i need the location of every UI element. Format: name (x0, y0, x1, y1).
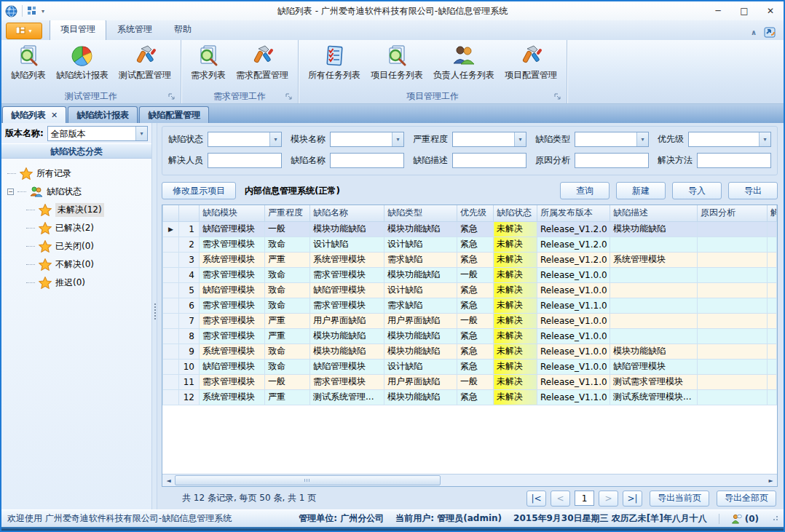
scroll-right-icon[interactable]: ► (765, 475, 777, 486)
column-header-name[interactable]: 缺陷名称 (310, 205, 384, 221)
prev-page-button[interactable]: < (551, 491, 570, 507)
export-button[interactable]: 导出 (728, 182, 778, 199)
table-row[interactable]: 11需求管理模块一般需求管理模块用户界面缺陷一般未解决Release_V1.1.… (163, 374, 777, 389)
cell-desc (610, 237, 698, 252)
qat-dropdown-icon[interactable]: ▾ (42, 8, 44, 15)
layout-grid-icon[interactable] (27, 6, 37, 16)
column-header-version[interactable]: 所属发布版本 (537, 205, 610, 221)
minimize-button[interactable]: ─ (705, 2, 731, 20)
dialog-launcher-icon[interactable] (554, 93, 561, 100)
next-page-button[interactable]: > (599, 491, 618, 507)
table-row[interactable]: 7需求管理模块严重用户界面缺陷用户界面缺陷一般未解决Release_V1.0.0 (163, 313, 777, 328)
export-current-page-button[interactable]: 导出当前页 (650, 491, 709, 507)
last-page-button[interactable]: >| (623, 491, 642, 507)
table-row[interactable]: 4需求管理模块致命需求管理模块模块功能缺陷一般未解决Release_V1.0.0 (163, 267, 777, 282)
chevron-down-icon[interactable]: ▾ (269, 132, 281, 146)
table-row[interactable]: 10缺陷管理模块致命缺陷管理模块设计缺陷紧急未解决Release_V1.0.0缺… (163, 359, 777, 374)
expander-minus-icon[interactable]: − (7, 188, 14, 195)
collapse-ribbon-icon[interactable]: ∧ (751, 28, 757, 36)
dialog-launcher-icon[interactable] (285, 93, 293, 100)
column-header-extra[interactable]: 解决 (768, 205, 777, 221)
chevron-down-icon[interactable]: ▾ (636, 132, 648, 146)
ribbon-button[interactable]: 项目配置管理 (500, 42, 562, 83)
ribbon-tab-2[interactable]: 系统管理 (106, 20, 163, 40)
filter-input[interactable] (330, 153, 404, 168)
ribbon-tab-1[interactable]: 项目管理 (50, 20, 106, 40)
tree-item[interactable]: 不解决(0) (26, 255, 151, 274)
filter-input[interactable] (208, 153, 282, 168)
ribbon-tab-3[interactable]: 帮助 (163, 20, 202, 40)
dialog-launcher-icon[interactable] (168, 93, 175, 100)
chevron-down-icon[interactable]: ▾ (392, 132, 403, 146)
table-row[interactable]: 6需求管理模块致命需求管理模块需求缺陷紧急未解决Release_V1.1.0 (163, 298, 777, 313)
filter-combo[interactable]: ▾ (688, 132, 771, 147)
chevron-down-icon[interactable]: ▾ (135, 127, 147, 140)
scroll-left-icon[interactable]: ◄ (162, 475, 175, 486)
filter-field: 严重程度▾ (413, 132, 526, 147)
ribbon-button[interactable]: 缺陷列表 (6, 42, 51, 83)
cell-name: 需求管理模块 (310, 374, 384, 389)
tree-item[interactable]: 未解决(12) (26, 201, 151, 219)
page-number-input[interactable] (575, 491, 594, 506)
maximize-button[interactable]: □ (731, 2, 757, 20)
tree-item[interactable]: −缺陷状态 (7, 183, 151, 201)
tab-close-icon[interactable]: ✕ (51, 111, 58, 120)
version-combo[interactable]: 全部版本 ▾ (47, 126, 148, 141)
filter-combo[interactable]: ▾ (208, 132, 282, 147)
column-header-status[interactable]: 缺陷状态 (494, 205, 537, 221)
chevron-down-icon[interactable]: ▾ (759, 132, 770, 146)
cell-priority: 一般 (457, 374, 494, 389)
modify-columns-button[interactable]: 修改显示项目 (162, 182, 236, 199)
filter-input[interactable] (697, 153, 771, 168)
table-row[interactable]: 12系统管理模块严重测试系统管理...模块功能缺陷紧急未解决Release_V1… (163, 389, 777, 405)
sidebar-splitter[interactable] (151, 123, 157, 509)
filter-combo[interactable]: ▾ (452, 132, 526, 147)
table-row[interactable]: 9系统管理模块致命模块功能缺陷模块功能缺陷紧急未解决Release_V1.0.0… (163, 344, 777, 359)
ribbon-button[interactable]: 所有任务列表 (303, 42, 366, 83)
scrollbar-thumb[interactable] (175, 475, 441, 485)
table-row[interactable]: 5缺陷管理模块致命缺陷管理模块设计缺陷紧急未解决Release_V1.0.0 (163, 282, 777, 298)
cell-name: 设计缺陷 (310, 237, 384, 252)
splitter-grip[interactable] (154, 303, 156, 305)
tree-item[interactable]: 所有记录 (7, 164, 151, 183)
ribbon-button[interactable]: 需求配置管理 (231, 42, 293, 83)
first-page-button[interactable]: |< (526, 491, 546, 507)
filter-combo[interactable]: ▾ (330, 132, 404, 147)
filter-combo[interactable]: ▾ (575, 132, 649, 147)
doc-tab-2[interactable]: 缺陷统计报表 (68, 106, 138, 123)
table-row[interactable]: 2需求管理模块致命设计缺陷设计缺陷紧急未解决Release_V1.2.0 (163, 237, 777, 252)
query-button[interactable]: 查询 (560, 182, 610, 199)
ribbon-button[interactable]: 项目任务列表 (366, 42, 428, 83)
column-header-severity[interactable]: 严重程度 (265, 205, 310, 221)
application-menu-button[interactable]: ▾ (6, 23, 42, 39)
import-button[interactable]: 导入 (672, 182, 722, 199)
column-header-module[interactable]: 缺陷模块 (200, 205, 265, 221)
ribbon-button[interactable]: 需求列表 (186, 42, 231, 83)
close-button[interactable]: ✕ (757, 2, 784, 20)
column-header-priority[interactable]: 优先级 (457, 205, 494, 221)
tree-item[interactable]: 已解决(2) (26, 219, 151, 237)
horizontal-scrollbar[interactable]: ◄ ► (162, 474, 777, 486)
table-row[interactable]: ▶1缺陷管理模块一般模块功能缺陷模块功能缺陷紧急未解决Release_V1.2.… (163, 221, 777, 237)
filter-input[interactable] (452, 153, 526, 168)
scrollbar-track[interactable] (175, 475, 765, 486)
doc-tab-1[interactable]: 缺陷列表✕ (2, 106, 66, 123)
export-all-pages-button[interactable]: 导出全部页 (717, 491, 776, 507)
ribbon-button[interactable]: 缺陷统计报表 (51, 42, 114, 83)
chevron-down-icon[interactable]: ▾ (514, 132, 526, 146)
help-icon[interactable] (764, 26, 776, 38)
ribbon-button[interactable]: 测试配置管理 (114, 42, 176, 83)
new-button[interactable]: 新建 (616, 182, 666, 199)
column-header-cause[interactable]: 原因分析 (698, 205, 768, 221)
tree-item[interactable]: 已关闭(0) (26, 237, 151, 255)
table-row[interactable]: 8需求管理模块严重模块功能缺陷模块功能缺陷紧急未解决Release_V1.0.0 (163, 328, 777, 344)
tree-item[interactable]: 推迟(0) (26, 274, 151, 292)
resize-grip[interactable] (772, 516, 778, 522)
table-row[interactable]: 3系统管理模块严重系统管理模块需求缺陷紧急未解决Release_V1.2.0系统… (163, 252, 777, 267)
message-indicator[interactable]: (0) (731, 514, 759, 524)
ribbon-button[interactable]: 负责人任务列表 (428, 42, 500, 83)
column-header-desc[interactable]: 缺陷描述 (610, 205, 698, 221)
filter-input[interactable] (575, 153, 649, 168)
column-header-type[interactable]: 缺陷类型 (384, 205, 457, 221)
doc-tab-3[interactable]: 缺陷配置管理 (139, 106, 209, 123)
